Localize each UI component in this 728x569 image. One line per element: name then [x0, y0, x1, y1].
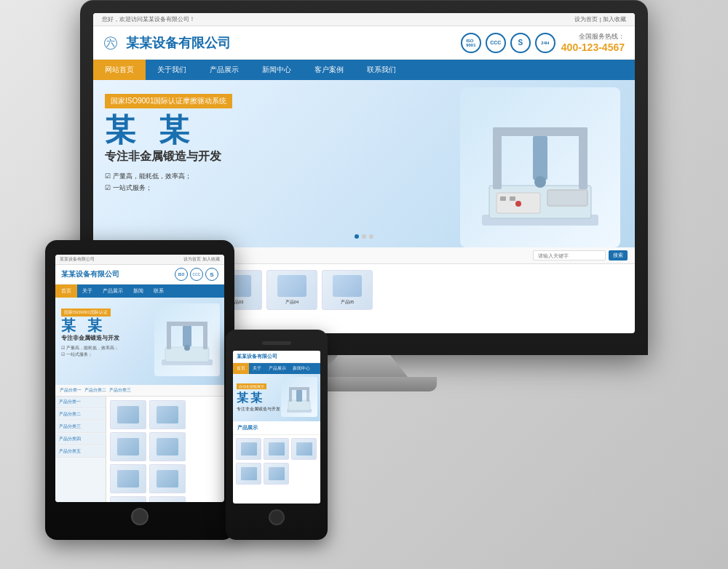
phone-label: 全国服务热线：: [561, 32, 625, 41]
nav-contact[interactable]: 联系我们: [355, 60, 408, 80]
scene: 您好，欢迎访问某某设备有限公司！ 设为首页 | 加入收藏 ㊅ 某某设备有限公司 …: [0, 0, 728, 569]
tablet-banner-titlebox: 国家ISO9001国际认证: [61, 309, 111, 317]
tablet-cat1[interactable]: 产品分类一: [60, 387, 82, 394]
search-input[interactable]: [533, 250, 606, 260]
24h-cert: 24H: [535, 33, 555, 53]
nav-products[interactable]: 产品展示: [198, 60, 250, 80]
nav-cases[interactable]: 客户案例: [303, 60, 355, 80]
phone-nav-news[interactable]: 新闻中心: [290, 363, 313, 374]
tablet-topbar-links: 设为首页 加入收藏: [183, 256, 220, 263]
dot-3[interactable]: [369, 234, 373, 239]
tablet-machine: [154, 303, 220, 376]
tablet-home-button[interactable]: [131, 508, 149, 525]
sidebar-item-4[interactable]: 产品分类四: [55, 434, 106, 445]
phone-home-button[interactable]: [269, 509, 285, 525]
sidebar-item-5[interactable]: 产品分类五: [55, 446, 106, 458]
tablet-main-content: [106, 397, 224, 502]
phone-nav-about[interactable]: 关于: [249, 363, 265, 374]
tablet-content-area: 产品分类一 产品分类二 产品分类三 产品分类四 产品分类五: [55, 397, 224, 502]
svg-rect-24: [296, 390, 302, 402]
tablet-product-2[interactable]: [149, 400, 186, 429]
phone-products-row2: [233, 463, 320, 488]
tablet-nav-products[interactable]: 产品展示: [98, 284, 128, 298]
svg-rect-22: [289, 387, 309, 390]
tablet-nav[interactable]: 首页 关于 产品展示 新闻 联系: [55, 284, 224, 298]
tablet-cat2[interactable]: 产品分类二: [84, 387, 106, 394]
svg-point-10: [515, 201, 521, 207]
tablet-iso: ISO: [175, 268, 188, 281]
tablet-product-3[interactable]: [110, 432, 146, 461]
svg-rect-8: [500, 196, 506, 201]
phone-banner: 自动化智能展示 某某 专注非金属锻造与开发: [233, 374, 320, 421]
svg-rect-15: [167, 322, 207, 326]
tablet-topbar-welcome: 某某设备有限公司: [60, 256, 95, 263]
phone-product-5[interactable]: [264, 463, 289, 485]
logo-icon: ㊅: [103, 33, 118, 52]
tablet-website: 某某设备有限公司 设为首页 加入收藏 某某设备有限公司 ISO CCC S: [55, 255, 224, 502]
dot-2[interactable]: [362, 234, 366, 239]
site-logo: 某某设备有限公司: [126, 34, 231, 52]
tablet-product-7[interactable]: [110, 496, 146, 502]
banner-title-box: 国家ISO9001国际认证摩擦驱动系统: [105, 94, 232, 108]
nav-news[interactable]: 新闻中心: [250, 60, 303, 80]
sidebar-item-1[interactable]: 产品分类一: [55, 397, 106, 408]
tablet-banner-main: 某 某: [61, 318, 148, 333]
tablet-nav-about[interactable]: 关于: [77, 284, 98, 298]
phone-product-2[interactable]: [264, 438, 289, 460]
tablet-logo: 某某设备有限公司: [61, 269, 119, 279]
phone-nav-products[interactable]: 产品展示: [265, 363, 290, 374]
check2: 一站式服务；: [113, 184, 152, 191]
product-5[interactable]: 产品05: [322, 270, 373, 310]
tablet: 某某设备有限公司 设为首页 加入收藏 某某设备有限公司 ISO CCC S: [45, 240, 234, 540]
svg-rect-2: [493, 127, 502, 189]
phone-website: 某某设备有限公司 首页 关于 产品展示 新闻中心 自动化智能展示 某某 专注非金…: [233, 351, 320, 488]
tablet-product-4[interactable]: [149, 432, 186, 461]
tablet-product-1[interactable]: [110, 400, 146, 429]
topbar-links: 设为首页 | 加入收藏: [574, 15, 626, 23]
phone: 某某设备有限公司 首页 关于 产品展示 新闻中心 自动化智能展示 某某 专注非金…: [226, 330, 328, 540]
phone-banner-titlebox: 自动化智能展示: [237, 383, 266, 389]
nav-home[interactable]: 网站首页: [93, 60, 146, 80]
tablet-nav-news[interactable]: 新闻: [128, 284, 149, 298]
sidebar-item-3[interactable]: 产品分类三: [55, 421, 106, 433]
machine-illustration: [460, 87, 620, 247]
tablet-screen: 某某设备有限公司 设为首页 加入收藏 某某设备有限公司 ISO CCC S: [55, 255, 224, 502]
svg-rect-5: [533, 136, 547, 180]
tablet-sidebar: 产品分类一 产品分类二 产品分类三 产品分类四 产品分类五: [55, 397, 106, 502]
banner-main-text: 某 某: [105, 115, 390, 146]
site-topbar: 您好，欢迎访问某某设备有限公司！ 设为首页 | 加入收藏: [93, 13, 635, 26]
tablet-nav-contact[interactable]: 联系: [149, 284, 169, 298]
iso-cert: ISO9001: [461, 33, 481, 53]
tablet-ccc: CCC: [190, 268, 203, 281]
phone-products-grid: [233, 435, 320, 463]
dot-1[interactable]: [355, 234, 359, 239]
sidebar-item-2[interactable]: 产品分类二: [55, 409, 106, 421]
tablet-cat3[interactable]: 产品分类三: [109, 387, 131, 394]
tablet-products-bar: 产品分类一 产品分类二 产品分类三: [55, 385, 224, 397]
banner-checks: ☑ 产量高，能耗低，效率高； ☑ 一站式服务；: [105, 172, 390, 193]
s-cert: S: [510, 33, 531, 53]
tablet-product-6[interactable]: [149, 464, 186, 493]
banner-sub-text: 专注非金属锻造与开发: [105, 149, 390, 164]
tablet-banner-check1: ☑ 产量高，能耗低，效率高；: [61, 345, 148, 351]
tablet-banner-sub: 专注非金属锻造与开发: [61, 334, 148, 342]
monitor-stand-top: [320, 355, 408, 377]
topbar-welcome: 您好，欢迎访问某某设备有限公司！: [102, 15, 195, 23]
phone-nav-home[interactable]: 首页: [233, 363, 249, 374]
phone-product-1[interactable]: [236, 438, 261, 460]
phone-product-3[interactable]: [291, 438, 317, 460]
product-4[interactable]: 产品04: [266, 270, 317, 310]
nav-about[interactable]: 关于我们: [146, 60, 198, 80]
tablet-s: S: [205, 268, 218, 281]
tablet-product-5[interactable]: [110, 464, 146, 493]
phone-product-4[interactable]: [236, 463, 261, 485]
site-nav[interactable]: 网站首页 关于我们 产品展示 新闻中心 客户案例 联系我们: [93, 60, 635, 80]
tablet-product-8[interactable]: [149, 496, 186, 502]
search-button[interactable]: 搜索: [609, 250, 628, 260]
phone-nav[interactable]: 首页 关于 产品展示 新闻中心: [233, 363, 320, 374]
svg-rect-23: [306, 387, 309, 402]
phone-machine: [281, 377, 317, 417]
svg-rect-17: [183, 326, 191, 346]
tablet-nav-home[interactable]: 首页: [55, 284, 77, 298]
phone-bezel: 某某设备有限公司 首页 关于 产品展示 新闻中心 自动化智能展示 某某 专注非金…: [226, 330, 328, 540]
